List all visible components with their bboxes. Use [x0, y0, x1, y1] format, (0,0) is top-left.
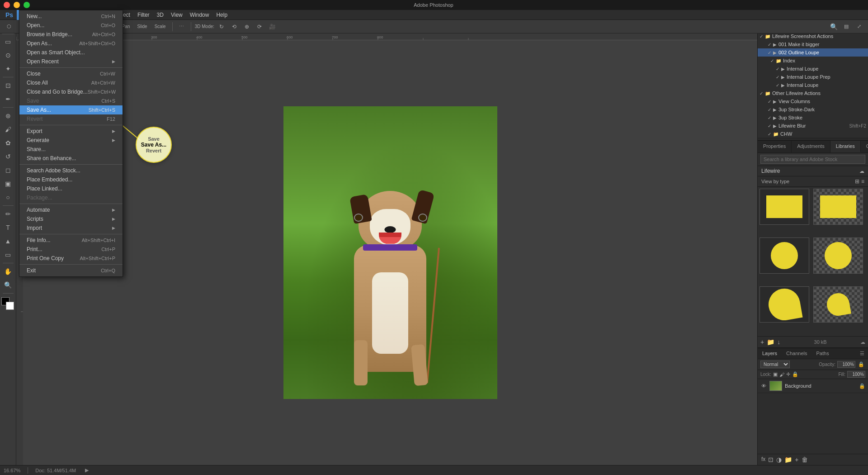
toolbar-3d-1[interactable]: ↻	[216, 21, 227, 32]
asset-item[interactable]	[760, 286, 809, 323]
menu-open-as[interactable]: Open As... Alt+Shift+Ctrl+O	[19, 39, 123, 48]
brush-tool[interactable]: 🖌	[2, 123, 14, 136]
lock-position-icon[interactable]: ✛	[786, 371, 790, 377]
clone-tool[interactable]: ✿	[2, 137, 14, 149]
background-color[interactable]	[6, 302, 14, 310]
tab-adjustments[interactable]: Adjustments	[792, 141, 830, 152]
path-selection-tool[interactable]: ▲	[2, 235, 14, 247]
menu-share-behance[interactable]: Share on Behance...	[19, 154, 123, 163]
group-layers-icon[interactable]: 📁	[784, 456, 792, 463]
lasso-tool[interactable]: ⊙	[2, 49, 14, 62]
slide-btn[interactable]: Slide	[134, 21, 150, 32]
menu-save[interactable]: Save Ctrl+S	[19, 96, 123, 105]
menu-help[interactable]: Help	[212, 10, 231, 20]
download-lib-icon[interactable]: ↓	[777, 338, 780, 346]
menu-close[interactable]: Close Ctrl+W	[19, 69, 123, 78]
toolbar-3d-2[interactable]: ⟲	[229, 21, 240, 32]
menu-print[interactable]: Print... Ctrl+P	[19, 245, 123, 254]
folder-lib-icon[interactable]: 📁	[767, 338, 774, 346]
toolbar-3d-4[interactable]: ⟳	[254, 21, 265, 32]
action-lifewire-blur[interactable]: ✓ ▶ Lifewire Blur Shift+F2	[758, 122, 868, 130]
library-name[interactable]: Lifewire	[761, 168, 780, 174]
menu-package[interactable]: Package...	[19, 193, 123, 202]
tab-properties[interactable]: Properties	[758, 141, 792, 152]
add-lib-icon[interactable]: +	[760, 338, 764, 346]
menu-generate[interactable]: Generate	[19, 136, 123, 145]
toolbar-view-1[interactable]: ▤	[841, 21, 852, 32]
scale-btn[interactable]: Scale	[152, 21, 169, 32]
magic-wand-tool[interactable]: ✦	[2, 62, 14, 75]
grid-view-icon[interactable]: ⊞	[855, 178, 859, 185]
menu-open[interactable]: Open... Ctrl+O	[19, 21, 123, 30]
color-picker[interactable]	[1, 297, 15, 311]
menu-search-adobe-stock[interactable]: Search Adobe Stock...	[19, 166, 123, 175]
action-internal-loupe-1[interactable]: ✓ ▶ Internal Loupe	[758, 65, 868, 73]
adjustments-icon[interactable]: ◑	[776, 456, 782, 463]
menu-share[interactable]: Share...	[19, 145, 123, 154]
menu-new[interactable]: New... Ctrl+N	[19, 12, 123, 21]
tab-layers[interactable]: Layers	[758, 348, 782, 359]
menu-close-bridge[interactable]: Close and Go to Bridge... Shift+Ctrl+W	[19, 87, 123, 96]
toolbar-3d-3[interactable]: ⊕	[241, 21, 252, 32]
crop-tool[interactable]: ⊡	[2, 79, 14, 92]
history-brush-tool[interactable]: ↺	[2, 150, 14, 163]
action-3up-stroke[interactable]: ✓ ▶ 3up Stroke	[758, 114, 868, 122]
menu-view[interactable]: View	[167, 10, 186, 20]
fill-input[interactable]	[847, 371, 865, 378]
menu-filter[interactable]: Filter	[134, 10, 153, 20]
menu-close-all[interactable]: Close All Alt+Ctrl+W	[19, 78, 123, 87]
menu-3d[interactable]: 3D	[153, 10, 167, 20]
cloud-sync-icon[interactable]: ☁	[860, 339, 865, 345]
menu-place-linked[interactable]: Place Linked...	[19, 184, 123, 193]
menu-exit[interactable]: Exit Ctrl+Q	[19, 266, 123, 275]
search-icon[interactable]: 🔍	[828, 21, 839, 32]
menu-revert[interactable]: Revert F12	[19, 114, 123, 124]
tab-channels[interactable]: Channels	[782, 348, 811, 359]
menu-save-as[interactable]: Save As... Shift+Ctrl+S	[19, 105, 123, 114]
layer-background[interactable]: 👁 Background 🔒	[758, 379, 868, 393]
status-arrow[interactable]: ▶	[85, 467, 89, 473]
action-chw[interactable]: ✓ 📁 CHW	[758, 130, 868, 138]
delete-layer-icon[interactable]: 🗑	[802, 456, 808, 463]
heal-tool[interactable]: ⊛	[2, 109, 14, 122]
marquee-tool[interactable]: ▭	[2, 35, 14, 48]
toolbar-more[interactable]: ⋯	[176, 21, 187, 32]
toolbar-3d-5[interactable]: 🎥	[267, 21, 278, 32]
toolbar-btn-1[interactable]: ⬡	[4, 21, 14, 32]
asset-item[interactable]	[760, 189, 809, 225]
tab-paths[interactable]: Paths	[812, 348, 834, 359]
gradient-tool[interactable]: ▣	[2, 177, 14, 190]
menu-import[interactable]: Import	[19, 223, 123, 233]
eraser-tool[interactable]: ◻	[2, 164, 14, 176]
new-layer-icon[interactable]: +	[795, 456, 798, 463]
action-internal-loupe-prep[interactable]: ✓ ▶ Internal Loupe Prep	[758, 73, 868, 81]
eyedropper-tool[interactable]: ✒	[2, 93, 14, 105]
action-3up-stroke-dark[interactable]: ✓ ▶ 3up Stroke-Dark	[758, 105, 868, 114]
menu-open-recent[interactable]: Open Recent	[19, 57, 123, 66]
actions-group-other[interactable]: ✓ 📁 Other Lifewire Actions	[758, 89, 868, 97]
menu-automate[interactable]: Automate	[19, 205, 123, 214]
toolbar-view-2[interactable]: ⤢	[854, 21, 864, 32]
action-view-columns[interactable]: ✓ ▶ View Columns	[758, 97, 868, 105]
menu-print-one-copy[interactable]: Print One Copy Alt+Shift+Ctrl+P	[19, 254, 123, 263]
menu-ps-icon[interactable]: Ps	[2, 10, 17, 20]
tab-libraries[interactable]: Libraries	[830, 141, 861, 152]
tab-color[interactable]: Color	[861, 141, 868, 152]
opacity-input[interactable]	[837, 361, 855, 368]
layer-fx-icon[interactable]: fx	[761, 456, 765, 463]
menu-open-smart-obj[interactable]: Open as Smart Object...	[19, 48, 123, 57]
lib-search-input[interactable]	[760, 155, 865, 164]
add-mask-icon[interactable]: ⊡	[768, 456, 774, 463]
lock-image-icon[interactable]: 🖌	[779, 372, 784, 377]
menu-window[interactable]: Window	[186, 10, 213, 20]
menu-file-info[interactable]: File Info... Alt+Shift+Ctrl+I	[19, 236, 123, 245]
minimize-button[interactable]	[14, 2, 20, 8]
layers-menu-btn[interactable]: ☰	[856, 348, 868, 359]
asset-item[interactable]	[813, 189, 863, 225]
maximize-button[interactable]	[24, 2, 30, 8]
lock-all-btn[interactable]: 🔒	[792, 371, 798, 377]
layer-mode-select[interactable]: Normal	[760, 361, 790, 368]
menu-scripts[interactable]: Scripts	[19, 214, 123, 223]
asset-item[interactable]	[813, 238, 863, 274]
view-by-label[interactable]: View by type	[761, 179, 789, 184]
